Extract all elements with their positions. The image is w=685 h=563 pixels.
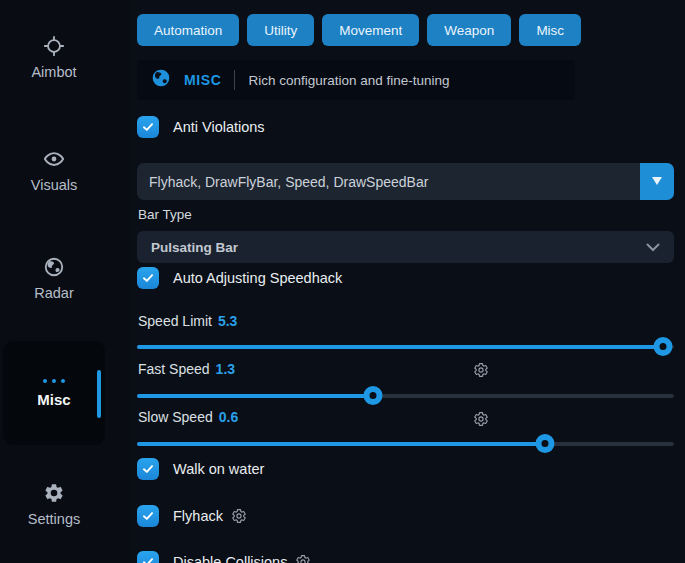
speed-limit-label: Speed Limit5.3 (138, 313, 237, 329)
speed-limit-slider[interactable] (137, 345, 674, 349)
checked-checkbox-icon[interactable] (137, 116, 159, 138)
triangle-down-icon (651, 174, 663, 189)
multiselect-dropdown-button[interactable] (640, 163, 674, 200)
gear-icon[interactable] (231, 508, 247, 524)
category-header: MISC Rich configuration and fine-tuning (137, 60, 575, 100)
category-subtitle: Rich configuration and fine-tuning (248, 73, 449, 88)
slow-speed-value: 0.6 (219, 409, 238, 425)
sidebar-item-aimbot[interactable]: Aimbot (0, 35, 108, 80)
fast-speed-label: Fast Speed1.3 (138, 361, 235, 377)
sidebar-item-misc[interactable]: Misc (3, 341, 105, 445)
bar-type-label: Bar Type (138, 207, 192, 222)
checked-checkbox-icon[interactable] (137, 458, 159, 480)
checkbox-auto-adjusting-speedhack[interactable]: Auto Adjusting Speedhack (137, 267, 342, 289)
sidebar-item-label: Radar (34, 285, 74, 301)
checkbox-disable-collisions[interactable]: Disable Collisions (137, 551, 311, 563)
fast-speed-value: 1.3 (216, 361, 235, 377)
sidebar-item-label: Aimbot (31, 64, 76, 80)
speed-limit-value: 5.3 (218, 313, 237, 329)
checkbox-label: Flyhack (173, 508, 223, 524)
slider-handle[interactable] (364, 386, 383, 405)
sidebar-item-label: Settings (28, 511, 80, 527)
tab-automation[interactable]: Automation (137, 14, 239, 46)
divider (234, 70, 235, 90)
ellipsis-icon (43, 379, 65, 383)
checkbox-label: Disable Collisions (173, 554, 287, 563)
sidebar-item-visuals[interactable]: Visuals (0, 148, 108, 193)
tab-weapon[interactable]: Weapon (427, 14, 511, 46)
sidebar-item-settings[interactable]: Settings (0, 482, 108, 527)
checked-checkbox-icon[interactable] (137, 551, 159, 563)
gear-icon[interactable] (473, 362, 489, 378)
checkbox-label: Walk on water (173, 461, 264, 477)
slider-fill (137, 394, 373, 398)
fast-speed-slider[interactable] (137, 394, 674, 398)
bar-multiselect[interactable]: Flyhack, DrawFlyBar, Speed, DrawSpeedBar (137, 163, 674, 200)
globe-icon (43, 256, 65, 278)
checked-checkbox-icon[interactable] (137, 505, 159, 527)
slow-speed-slider[interactable] (137, 442, 674, 446)
slider-fill (137, 442, 545, 446)
sidebar-item-label: Visuals (31, 177, 77, 193)
main-panel: Automation Utility Movement Weapon Misc … (130, 0, 685, 563)
slider-handle[interactable] (654, 337, 673, 356)
slider-handle[interactable] (536, 434, 555, 453)
slow-speed-label: Slow Speed0.6 (138, 409, 238, 425)
chevron-down-icon (646, 238, 660, 256)
select-value: Pulsating Bar (151, 240, 238, 255)
bar-type-select[interactable]: Pulsating Bar (137, 231, 674, 263)
checkbox-anti-violations[interactable]: Anti Violations (137, 116, 265, 138)
sidebar-item-label: Misc (37, 391, 70, 408)
app-window: Aimbot Visuals Radar Mi (0, 0, 685, 563)
category-tabs: Automation Utility Movement Weapon Misc (137, 14, 581, 46)
globe-icon (151, 68, 171, 92)
checked-checkbox-icon[interactable] (137, 267, 159, 289)
tab-utility[interactable]: Utility (247, 14, 314, 46)
checkbox-walk-on-water[interactable]: Walk on water (137, 458, 264, 480)
gear-icon[interactable] (473, 411, 489, 427)
sidebar: Aimbot Visuals Radar Mi (0, 0, 130, 563)
gear-icon (43, 482, 65, 504)
sidebar-item-radar[interactable]: Radar (0, 256, 108, 301)
checkbox-flyhack[interactable]: Flyhack (137, 505, 247, 527)
multiselect-value: Flyhack, DrawFlyBar, Speed, DrawSpeedBar (149, 174, 428, 190)
eye-icon (43, 148, 65, 170)
checkbox-label: Auto Adjusting Speedhack (173, 270, 342, 286)
active-indicator-bar (97, 370, 101, 418)
tab-movement[interactable]: Movement (322, 14, 419, 46)
checkbox-label: Anti Violations (173, 119, 265, 135)
gear-icon[interactable] (295, 554, 311, 563)
slider-fill (137, 345, 663, 349)
category-title: MISC (184, 72, 221, 88)
crosshair-icon (43, 35, 65, 57)
tab-misc[interactable]: Misc (519, 14, 581, 46)
